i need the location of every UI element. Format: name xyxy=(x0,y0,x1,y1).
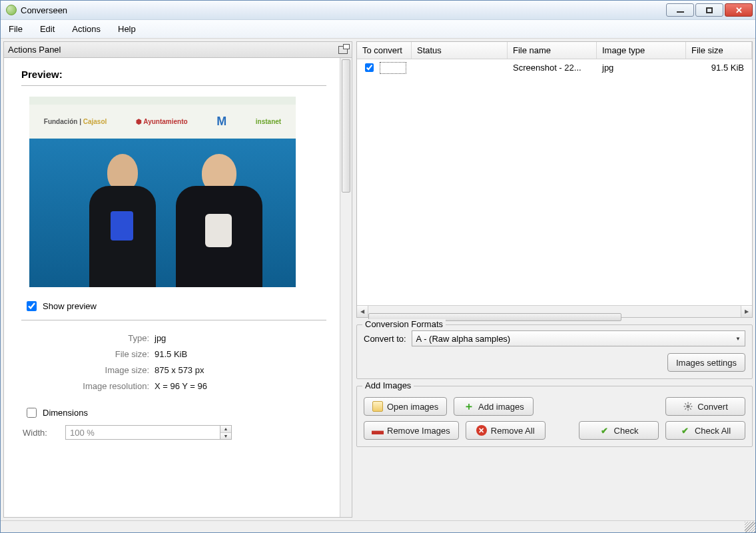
remove-images-label: Remove Images xyxy=(387,426,450,436)
row-file-name: Screenshot - 22... xyxy=(508,63,597,73)
check-icon: ✔ xyxy=(599,425,610,436)
statusbar xyxy=(1,520,755,532)
check-all-button[interactable]: ✔ Check All xyxy=(665,421,745,440)
meta-filesize-value: 91.5 KiB xyxy=(155,349,187,359)
actions-panel-title: Actions Panel xyxy=(8,45,61,55)
convert-to-label: Convert to: xyxy=(364,334,406,344)
scroll-left-icon[interactable]: ◀ xyxy=(357,306,368,317)
add-images-group: Add Images Open images ＋ Add images xyxy=(356,386,753,447)
width-label: Width: xyxy=(23,428,59,438)
row-checkbox[interactable] xyxy=(365,63,374,73)
menu-edit[interactable]: Edit xyxy=(36,23,59,35)
svg-line-8 xyxy=(690,403,691,404)
actions-panel-scrollbar[interactable] xyxy=(340,58,352,517)
menubar: File Edit Actions Help xyxy=(1,20,755,39)
width-input[interactable] xyxy=(66,428,220,438)
preview-label: Preview: xyxy=(21,69,326,80)
chevron-down-icon: ▼ xyxy=(735,336,741,342)
svg-point-0 xyxy=(687,405,690,408)
col-file-name[interactable]: File name xyxy=(508,42,597,59)
plus-icon: ＋ xyxy=(464,401,474,412)
dimensions-checkbox[interactable] xyxy=(27,408,37,418)
row-file-size: 91.5 KiB xyxy=(686,63,752,73)
menu-file[interactable]: File xyxy=(5,23,27,35)
x-circle-icon: ✕ xyxy=(476,425,487,436)
right-panel: To convert Status File name Image type F… xyxy=(356,41,753,518)
app-icon xyxy=(6,5,17,15)
scroll-right-icon[interactable]: ▶ xyxy=(741,306,752,317)
add-images-label: Add Images xyxy=(362,380,414,390)
width-row: Width: ▲▼ xyxy=(23,425,326,440)
table-horizontal-scrollbar[interactable]: ◀ ▶ xyxy=(357,305,752,317)
convert-label: Convert xyxy=(697,402,728,412)
client-area: Actions Panel Preview: Fundación | Cajas… xyxy=(1,39,755,520)
images-settings-label: Images settings xyxy=(676,358,737,368)
conversion-formats-group: Conversion Formats Convert to: A - (Raw … xyxy=(356,324,753,379)
table-body: Screenshot - 22... jpg 91.5 KiB xyxy=(357,59,752,305)
table-row[interactable]: Screenshot - 22... jpg 91.5 KiB xyxy=(357,59,752,77)
spin-up-icon[interactable]: ▲ xyxy=(220,426,231,433)
row-image-type: jpg xyxy=(597,63,686,73)
menu-help[interactable]: Help xyxy=(114,23,140,35)
images-table: To convert Status File name Image type F… xyxy=(356,41,753,318)
gear-icon xyxy=(683,401,693,412)
image-meta: Type:jpg File size:91.5 KiB Image size:8… xyxy=(21,330,326,394)
check-button[interactable]: ✔ Check xyxy=(579,421,659,440)
width-spinbox[interactable]: ▲▼ xyxy=(65,425,232,440)
meta-resolution-label: Image resolution: xyxy=(21,381,155,391)
titlebar: Converseen ✕ xyxy=(1,1,755,20)
dimensions-label: Dimensions xyxy=(43,408,88,418)
folder-icon xyxy=(372,401,383,412)
check-icon: ✔ xyxy=(680,425,691,436)
resize-grip-icon[interactable] xyxy=(745,522,755,532)
show-preview-row: Show preview xyxy=(21,299,326,313)
meta-filesize-label: File size: xyxy=(21,349,155,359)
divider xyxy=(21,320,326,320)
remove-all-button[interactable]: ✕ Remove All xyxy=(466,421,546,440)
row-focus-indicator xyxy=(380,62,406,74)
divider xyxy=(21,85,326,86)
svg-line-5 xyxy=(685,403,687,404)
convert-button[interactable]: Convert xyxy=(665,397,745,416)
svg-line-6 xyxy=(690,408,691,410)
spin-down-icon[interactable]: ▼ xyxy=(220,433,231,440)
col-status[interactable]: Status xyxy=(412,42,508,59)
actions-panel-body: Preview: Fundación | Cajasol ⬢ Ayuntamie… xyxy=(4,58,352,517)
check-all-label: Check All xyxy=(695,426,731,436)
col-file-size[interactable]: File size xyxy=(686,42,752,59)
meta-imagesize-value: 875 x 573 px xyxy=(155,365,204,375)
show-preview-checkbox[interactable] xyxy=(27,301,37,311)
convert-to-select[interactable]: A - (Raw alpha samples) ▼ xyxy=(412,330,745,346)
dimensions-row: Dimensions xyxy=(24,406,326,420)
menu-actions[interactable]: Actions xyxy=(68,23,105,35)
conversion-formats-label: Conversion Formats xyxy=(362,319,446,329)
window-controls: ✕ xyxy=(666,3,753,17)
preview-image: Fundación | Cajasol ⬢ Ayuntamiento M ins… xyxy=(29,97,296,287)
open-images-label: Open images xyxy=(387,402,438,412)
add-images-btn-label: Add images xyxy=(478,402,524,412)
table-header: To convert Status File name Image type F… xyxy=(357,42,752,59)
detach-panel-icon[interactable] xyxy=(338,46,348,54)
meta-type-label: Type: xyxy=(21,333,155,343)
close-button[interactable]: ✕ xyxy=(725,3,753,17)
minimize-button[interactable] xyxy=(666,3,694,17)
app-window: Converseen ✕ File Edit Actions Help Acti… xyxy=(0,0,756,533)
maximize-button[interactable] xyxy=(695,3,723,17)
actions-panel: Actions Panel Preview: Fundación | Cajas… xyxy=(3,41,352,518)
actions-panel-content: Preview: Fundación | Cajasol ⬢ Ayuntamie… xyxy=(4,58,340,517)
col-to-convert[interactable]: To convert xyxy=(357,42,412,59)
col-image-type[interactable]: Image type xyxy=(597,42,686,59)
svg-line-7 xyxy=(685,408,687,410)
open-images-button[interactable]: Open images xyxy=(364,397,447,416)
images-settings-button[interactable]: Images settings xyxy=(667,353,745,372)
meta-resolution-value: X = 96 Y = 96 xyxy=(155,381,207,391)
minus-icon: ▬ xyxy=(372,425,383,436)
meta-imagesize-label: Image size: xyxy=(21,365,155,375)
remove-all-label: Remove All xyxy=(491,426,535,436)
window-title: Converseen xyxy=(21,5,666,15)
convert-to-selected: A - (Raw alpha samples) xyxy=(416,334,511,344)
add-images-button[interactable]: ＋ Add images xyxy=(454,397,534,416)
meta-type-value: jpg xyxy=(155,333,166,343)
check-label: Check xyxy=(614,426,639,436)
remove-images-button[interactable]: ▬ Remove Images xyxy=(364,421,459,440)
